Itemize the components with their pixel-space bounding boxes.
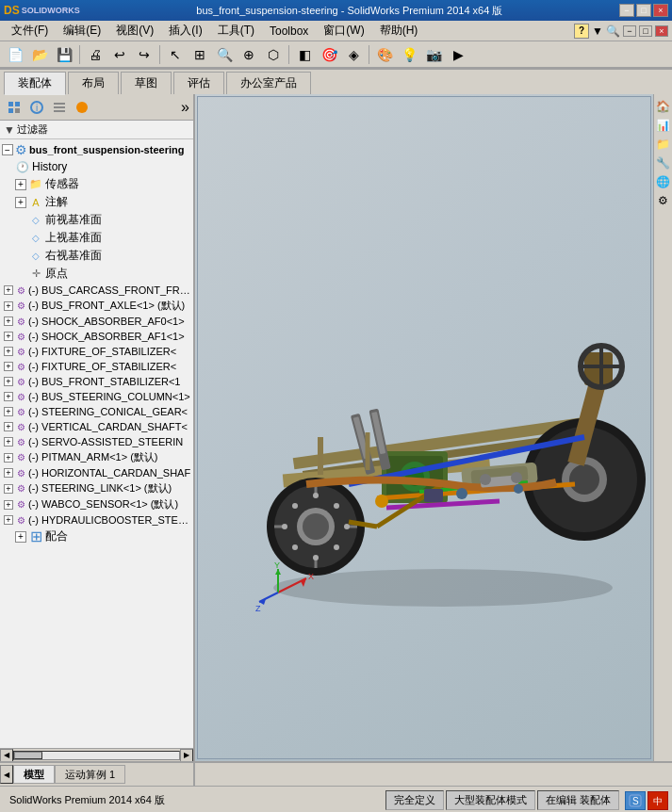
toolbar-redo[interactable]: ↪ <box>133 43 156 66</box>
help-question-icon[interactable]: ? <box>574 24 589 39</box>
tab-layout[interactable]: 布局 <box>68 72 119 94</box>
left-scroll-thumb[interactable] <box>14 752 42 759</box>
title-bar-controls[interactable]: − □ × <box>619 4 668 17</box>
menu-insert[interactable]: 插入(I) <box>161 21 209 41</box>
comp-expand-9[interactable]: + <box>4 422 13 431</box>
component-item-11[interactable]: +⚙(-) PITMAN_ARM<1> (默认) <box>0 449 193 465</box>
scroll-left[interactable]: ◀ <box>0 749 13 762</box>
root-expand[interactable]: − <box>2 144 13 155</box>
panel-btn-2[interactable]: i <box>26 97 47 118</box>
comp-expand-0[interactable]: + <box>4 285 13 295</box>
toolbar-open[interactable]: 📂 <box>28 43 51 66</box>
comp-expand-4[interactable]: + <box>4 347 13 356</box>
maximize-button[interactable]: □ <box>636 4 651 17</box>
comp-expand-1[interactable]: + <box>4 301 13 311</box>
toolbar-materials[interactable]: 🎨 <box>373 43 396 66</box>
comp-expand-10[interactable]: + <box>4 437 13 447</box>
tab-motion[interactable]: 运动算例 1 <box>55 765 125 784</box>
annotations-expand[interactable]: + <box>15 197 26 208</box>
tree-root[interactable]: − ⚙ bus_front_suspension-steering <box>0 141 193 158</box>
tree-history[interactable]: 🕐 History <box>0 158 193 175</box>
panel-btn-4[interactable] <box>72 97 92 118</box>
toolbar-new[interactable]: 📄 <box>4 43 26 66</box>
comp-expand-3[interactable]: + <box>4 332 13 341</box>
expand-panel-icon[interactable]: » <box>181 99 189 116</box>
menu-tools[interactable]: 工具(T) <box>210 21 262 41</box>
menu-view[interactable]: 视图(V) <box>108 21 161 41</box>
right-globe-icon[interactable]: 🌐 <box>655 173 672 190</box>
toolbar-select[interactable]: ↖ <box>164 43 187 66</box>
inner-max-btn[interactable]: □ <box>639 25 652 37</box>
component-item-13[interactable]: +⚙(-) STEERING_LINK<1> (默认) <box>0 480 193 496</box>
mates-expand[interactable]: + <box>15 531 26 543</box>
inner-close-btn[interactable]: × <box>655 25 668 37</box>
tree-right-plane[interactable]: ◇ 右视基准面 <box>0 247 193 265</box>
toolbar-zoom-area[interactable]: 🔍 <box>213 43 236 66</box>
toolbar-section[interactable]: ◧ <box>293 43 316 66</box>
right-tool-icon[interactable]: 🔧 <box>655 154 672 171</box>
menu-window[interactable]: 窗口(W) <box>316 21 371 41</box>
tree-top-plane[interactable]: ◇ 上视基准面 <box>0 229 193 247</box>
toolbar-zoom-fit[interactable]: ⊞ <box>188 43 211 66</box>
panel-btn-1[interactable] <box>4 97 25 118</box>
component-item-5[interactable]: +⚙(-) FIXTURE_OF_STABILIZER< <box>0 359 193 374</box>
component-item-14[interactable]: +⚙(-) WABCO_SENSOR<1> (默认) <box>0 496 193 512</box>
panel-btn-3[interactable] <box>49 97 70 118</box>
toolbar-undo[interactable]: ↩ <box>108 43 131 66</box>
toolbar-lights[interactable]: 💡 <box>398 43 420 66</box>
bottom-scroll-left[interactable]: ◀ <box>0 765 13 784</box>
tab-sketch[interactable]: 草图 <box>121 72 172 94</box>
component-item-6[interactable]: +⚙(-) BUS_FRONT_STABILIZER<1 <box>0 374 193 389</box>
toolbar-zoom-in[interactable]: ⊕ <box>238 43 260 66</box>
component-item-10[interactable]: +⚙(-) SERVO-ASSISTED_STEERIN <box>0 434 193 449</box>
tree-sensors[interactable]: + 📁 传感器 <box>0 175 193 193</box>
component-item-0[interactable]: +⚙(-) BUS_CARCASS_FRONT_FRAG <box>0 283 193 298</box>
toolbar-display[interactable]: ◈ <box>342 43 365 66</box>
component-item-7[interactable]: +⚙(-) BUS_STEERING_COLUMN<1> <box>0 389 193 404</box>
inner-min-btn[interactable]: − <box>623 25 636 37</box>
comp-expand-5[interactable]: + <box>4 362 13 371</box>
sensors-expand[interactable]: + <box>15 179 26 190</box>
toolbar-camera[interactable]: 📷 <box>422 43 445 66</box>
comp-expand-12[interactable]: + <box>4 468 13 478</box>
comp-expand-8[interactable]: + <box>4 407 13 416</box>
comp-expand-2[interactable]: + <box>4 317 13 326</box>
toolbar-view-orient[interactable]: 🎯 <box>318 43 340 66</box>
component-item-4[interactable]: +⚙(-) FIXTURE_OF_STABILIZER< <box>0 344 193 359</box>
status-icon-1[interactable]: S <box>625 791 646 810</box>
comp-expand-14[interactable]: + <box>4 500 13 510</box>
tab-evaluate[interactable]: 评估 <box>173 72 224 94</box>
menu-edit[interactable]: 编辑(E) <box>56 21 108 41</box>
tree-annotations[interactable]: + A 注解 <box>0 193 193 211</box>
toolbar-save[interactable]: 💾 <box>53 43 75 66</box>
left-scrollbar-track[interactable] <box>13 751 180 760</box>
scroll-right[interactable]: ▶ <box>180 749 193 762</box>
right-chart-icon[interactable]: 📊 <box>655 117 672 134</box>
component-item-3[interactable]: +⚙(-) SHOCK_ABSORBER_AF1<1> <box>0 329 193 344</box>
comp-expand-6[interactable]: + <box>4 377 13 386</box>
comp-expand-11[interactable]: + <box>4 453 13 463</box>
component-item-2[interactable]: +⚙(-) SHOCK_ABSORBER_AF0<1> <box>0 314 193 329</box>
menu-file[interactable]: 文件(F) <box>4 21 56 41</box>
component-item-15[interactable]: +⚙(-) HYDRAULICBOOSTER_STEER <box>0 512 193 528</box>
toolbar-render[interactable]: ▶ <box>447 43 469 66</box>
tab-office[interactable]: 办公室产品 <box>226 72 311 94</box>
viewport[interactable]: X Y Z <box>195 94 653 761</box>
minimize-button[interactable]: − <box>619 4 634 17</box>
tree-origin[interactable]: ✛ 原点 <box>0 265 193 283</box>
component-item-1[interactable]: +⚙(-) BUS_FRONT_AXLE<1> (默认) <box>0 298 193 314</box>
toolbar-3dview[interactable]: ⬡ <box>262 43 285 66</box>
menu-toolbox[interactable]: Toolbox <box>262 23 316 40</box>
toolbar-print[interactable]: 🖨 <box>84 43 107 66</box>
right-gear-icon[interactable]: ⚙ <box>655 192 672 209</box>
component-item-12[interactable]: +⚙(-) HORIZONTAL_CARDAN_SHAF <box>0 465 193 480</box>
comp-expand-15[interactable]: + <box>4 515 13 525</box>
component-item-9[interactable]: +⚙(-) VERTICAL_CARDAN_SHAFT< <box>0 419 193 434</box>
menu-help[interactable]: 帮助(H) <box>372 21 426 41</box>
right-home-icon[interactable]: 🏠 <box>655 98 672 115</box>
close-button[interactable]: × <box>653 4 668 17</box>
tree-front-plane[interactable]: ◇ 前视基准面 <box>0 211 193 229</box>
tree-mates[interactable]: + ⊞ 配合 <box>0 528 193 545</box>
component-item-8[interactable]: +⚙(-) STEERING_CONICAL_GEAR< <box>0 404 193 419</box>
comp-expand-7[interactable]: + <box>4 392 13 401</box>
